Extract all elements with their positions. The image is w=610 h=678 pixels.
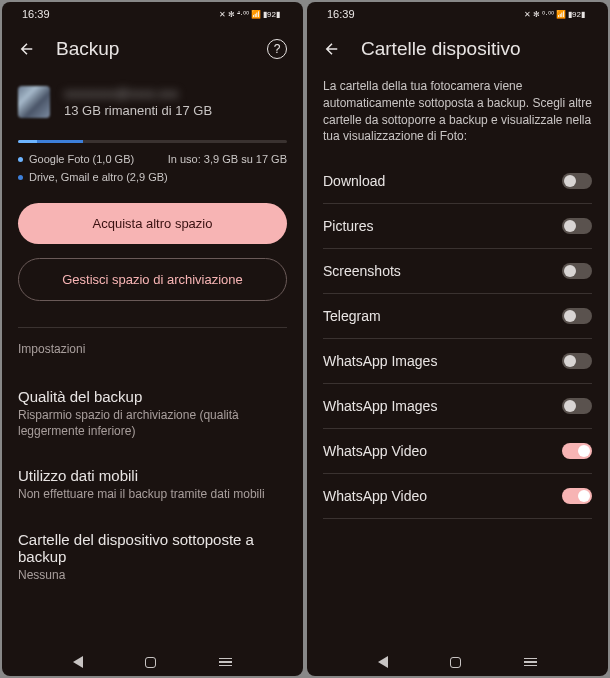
nav-recent-icon[interactable] [524,658,537,667]
nav-back-icon[interactable] [378,656,388,668]
page-title: Cartelle dispositivo [361,38,592,60]
help-icon[interactable]: ? [267,39,287,59]
content: xxxxxxxx@xxxx.xxx 13 GB rimanenti di 17 … [2,68,303,646]
folder-name: Download [323,173,385,189]
folder-name: Pictures [323,218,374,234]
statusbar: 16:39 ✕ ✻ ⁰·⁰⁰ 📶 ▮92▮ [307,2,608,24]
folder-name: Telegram [323,308,381,324]
setting-title: Utilizzo dati mobili [18,467,287,484]
folder-row: Download [323,159,592,204]
navbar [307,646,608,676]
folder-row: WhatsApp Images [323,384,592,429]
statusbar-indicators: ✕ ✻ ⁴·⁰⁰ 📶 ▮92▮ [219,9,283,19]
statusbar-time: 16:39 [327,8,355,20]
setting-subtitle: Nessuna [18,568,287,584]
storage-remaining: 13 GB rimanenti di 17 GB [64,103,212,118]
nav-recent-icon[interactable] [219,658,232,667]
setting-item[interactable]: Utilizzo dati mobiliNon effettuare mai i… [18,453,287,517]
statusbar: 16:39 ✕ ✻ ⁴·⁰⁰ 📶 ▮92▮ [2,2,303,24]
folder-name: Screenshots [323,263,401,279]
usage-total: In uso: 3,9 GB su 17 GB [168,153,287,165]
folder-row: WhatsApp Video [323,474,592,519]
nav-back-icon[interactable] [73,656,83,668]
dot-icon [18,157,23,162]
navbar [2,646,303,676]
section-label: Impostazioni [18,342,287,356]
folder-row: Pictures [323,204,592,249]
folder-row: Screenshots [323,249,592,294]
folder-toggle[interactable] [562,443,592,459]
svg-text:✕ ✻ ⁴·⁰⁰ 📶 ▮92▮: ✕ ✻ ⁴·⁰⁰ 📶 ▮92▮ [219,9,280,19]
folder-name: WhatsApp Video [323,443,427,459]
folder-toggle[interactable] [562,398,592,414]
folder-toggle[interactable] [562,308,592,324]
back-icon[interactable] [323,40,341,58]
svg-text:✕ ✻ ⁰·⁰⁰ 📶 ▮92▮: ✕ ✻ ⁰·⁰⁰ 📶 ▮92▮ [524,9,585,19]
nav-home-icon[interactable] [145,657,156,668]
divider [18,327,287,328]
content: La cartella della tua fotocamera viene a… [307,68,608,646]
back-icon[interactable] [18,40,36,58]
dot-icon [18,175,23,180]
account-email: xxxxxxxx@xxxx.xxx [64,86,212,101]
buy-storage-button[interactable]: Acquista altro spazio [18,203,287,244]
setting-subtitle: Risparmio spazio di archiviazione (quali… [18,408,287,439]
usage-row-2: Drive, Gmail e altro (2,9 GB) [18,171,287,183]
folder-row: WhatsApp Video [323,429,592,474]
folder-name: WhatsApp Video [323,488,427,504]
description: La cartella della tua fotocamera viene a… [323,68,592,159]
folder-toggle[interactable] [562,218,592,234]
storage-progress [18,140,287,143]
folder-toggle[interactable] [562,173,592,189]
setting-item[interactable]: Cartelle del dispositivo sottoposte a ba… [18,517,287,598]
titlebar: Cartelle dispositivo [307,24,608,68]
usage-row-1: Google Foto (1,0 GB) In uso: 3,9 GB su 1… [18,153,287,165]
page-title: Backup [56,38,247,60]
setting-item[interactable]: Qualità del backupRisparmio spazio di ar… [18,374,287,453]
folders-screen: 16:39 ✕ ✻ ⁰·⁰⁰ 📶 ▮92▮ Cartelle dispositi… [307,2,608,676]
statusbar-time: 16:39 [22,8,50,20]
folder-name: WhatsApp Images [323,353,437,369]
folder-row: Telegram [323,294,592,339]
nav-home-icon[interactable] [450,657,461,668]
statusbar-indicators: ✕ ✻ ⁰·⁰⁰ 📶 ▮92▮ [524,9,588,19]
setting-title: Cartelle del dispositivo sottoposte a ba… [18,531,287,565]
setting-title: Qualità del backup [18,388,287,405]
manage-storage-button[interactable]: Gestisci spazio di archiviazione [18,258,287,301]
backup-screen: 16:39 ✕ ✻ ⁴·⁰⁰ 📶 ▮92▮ Backup ? xxxxxxxx@… [2,2,303,676]
folder-toggle[interactable] [562,263,592,279]
folder-toggle[interactable] [562,353,592,369]
folder-name: WhatsApp Images [323,398,437,414]
folder-toggle[interactable] [562,488,592,504]
titlebar: Backup ? [2,24,303,68]
folder-row: WhatsApp Images [323,339,592,384]
account-row[interactable]: xxxxxxxx@xxxx.xxx 13 GB rimanenti di 17 … [18,68,287,128]
setting-subtitle: Non effettuare mai il backup tramite dat… [18,487,287,503]
avatar [18,86,50,118]
